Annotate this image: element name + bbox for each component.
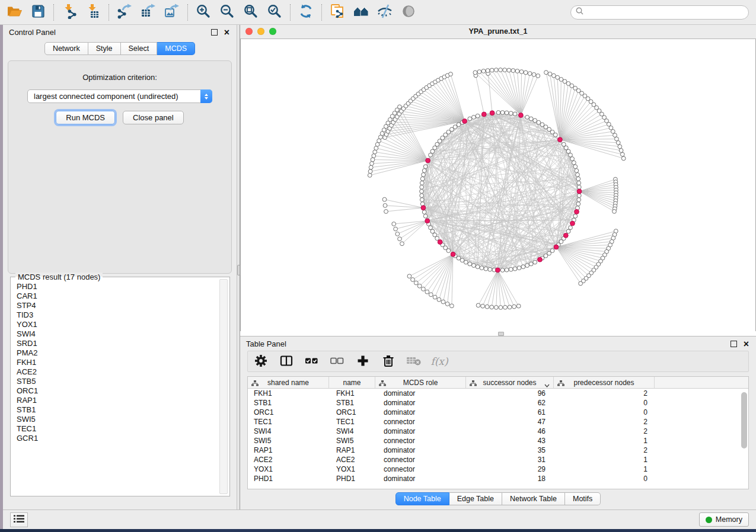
mcds-node-item[interactable]: PMA2 [17, 348, 229, 358]
import-network-button[interactable] [60, 4, 79, 21]
table-row[interactable]: RAP1RAP1dominator352 [248, 446, 748, 455]
mcds-node-item[interactable]: SWI5 [17, 415, 229, 424]
network-window-titlebar[interactable]: YPA_prune.txt_1 [240, 25, 756, 39]
first-neighbors-button[interactable] [352, 4, 371, 21]
table-settings-button[interactable] [253, 353, 269, 370]
tab-network-table[interactable]: Network Table [502, 492, 565, 505]
desktop-wallpaper-bottom [0, 529, 756, 532]
table-row[interactable]: YOX1YOX1connector291 [248, 464, 748, 474]
mcds-node-item[interactable]: ACE2 [17, 367, 229, 377]
tab-select[interactable]: Select [121, 42, 158, 55]
import-table-button[interactable] [84, 4, 103, 21]
float-panel-icon[interactable] [211, 29, 218, 36]
mcds-node-item[interactable]: PHD1 [17, 282, 229, 291]
column-header-mcds-role[interactable]: MCDS role [375, 377, 466, 388]
table-scrollbar[interactable] [741, 392, 747, 448]
close-panel-icon[interactable]: × [224, 30, 229, 36]
mcds-node-item[interactable]: ORC1 [17, 386, 229, 396]
status-bar: Memory [3, 509, 756, 529]
refresh-layout-button[interactable] [296, 4, 315, 21]
control-panel: Control Panel × NetworkStyleSelectMCDS O… [3, 25, 237, 509]
mcds-node-item[interactable]: SWI4 [17, 329, 229, 339]
close-panel-button[interactable]: Close panel [123, 111, 184, 124]
network-graph[interactable] [241, 39, 755, 331]
tab-mcds[interactable]: MCDS [157, 42, 195, 55]
toolbar-separator [187, 4, 188, 21]
export-network-button[interactable] [115, 4, 134, 21]
cell-successor-nodes: 43 [466, 437, 554, 445]
list-icon [13, 514, 25, 526]
table-row[interactable]: PHD1PHD1dominator180 [248, 474, 748, 483]
table-settings-icon [254, 354, 267, 369]
mcds-node-item[interactable]: TEC1 [17, 424, 229, 434]
zoom-selected-button[interactable] [265, 4, 284, 21]
select-all-check-button[interactable] [304, 353, 320, 370]
cell-successor-nodes: 46 [466, 427, 554, 435]
cell-shared-name: TEC1 [248, 418, 329, 426]
save-session-button[interactable] [28, 4, 47, 21]
table-row[interactable]: FKH1FKH1dominator962 [248, 389, 748, 398]
float-table-panel-icon[interactable] [731, 341, 737, 347]
zoom-fit-button[interactable] [241, 4, 260, 21]
hide-selected-icon [377, 4, 393, 21]
clone-network-button[interactable] [328, 4, 347, 21]
table-row[interactable]: STB1STB1dominator620 [248, 398, 748, 408]
cell-name: PHD1 [329, 475, 375, 483]
memory-button[interactable]: Memory [699, 512, 749, 527]
function-builder-icon: f(x) [430, 355, 448, 367]
show-all-button[interactable] [399, 4, 418, 21]
search-box[interactable] [570, 5, 749, 20]
mcds-result-list: PHD1CAR1STP4TID3YOX1SWI4SRD1PMA2FKH1ACE2… [11, 277, 229, 443]
column-header-name[interactable]: name [329, 377, 375, 388]
mcds-node-item[interactable]: CAR1 [17, 291, 229, 301]
export-table-button[interactable] [139, 4, 158, 21]
list-scrollbar[interactable] [219, 279, 228, 494]
mcds-node-item[interactable]: GCR1 [17, 434, 229, 443]
mcds-node-item[interactable]: TID3 [17, 310, 229, 320]
mcds-node-item[interactable]: STP4 [17, 301, 229, 310]
column-header-shared-name[interactable]: shared name [248, 377, 329, 388]
column-layout-button[interactable] [278, 353, 295, 370]
export-image-button[interactable] [162, 4, 181, 21]
mcds-node-item[interactable]: STB5 [17, 377, 229, 386]
table-row[interactable]: SWI5SWI5connector431 [248, 436, 748, 446]
mcds-node-item[interactable]: YOX1 [17, 320, 229, 329]
run-mcds-button[interactable]: Run MCDS [56, 111, 115, 124]
cell-successor-nodes: 47 [466, 418, 554, 426]
cell-shared-name: SWI5 [248, 437, 329, 445]
search-input[interactable] [585, 7, 748, 18]
delete-column-button[interactable] [380, 353, 397, 370]
table-row[interactable]: TEC1TEC1connector472 [248, 417, 748, 427]
close-table-panel-icon[interactable]: × [744, 341, 749, 347]
table-row[interactable]: ORC1ORC1dominator610 [248, 408, 748, 417]
zoom-in-button[interactable] [194, 4, 213, 21]
table-splitter[interactable] [240, 331, 756, 336]
deselect-all-button[interactable] [329, 353, 346, 370]
open-session-icon [7, 4, 22, 21]
open-session-button[interactable] [5, 4, 24, 21]
mcds-node-item[interactable]: FKH1 [17, 358, 229, 367]
panel-list-button[interactable] [10, 512, 28, 527]
network-view[interactable] [240, 39, 756, 331]
mcds-node-item[interactable]: RAP1 [17, 396, 229, 405]
mcds-node-item[interactable]: SRD1 [17, 339, 229, 348]
tab-motifs[interactable]: Motifs [565, 492, 601, 505]
add-column-icon [356, 354, 369, 369]
table-row[interactable]: ACE2ACE2connector311 [248, 455, 748, 464]
dropdown-stepper-icon [200, 89, 212, 103]
export-table-icon [141, 4, 156, 21]
tab-style[interactable]: Style [88, 42, 121, 55]
tab-edge-table[interactable]: Edge Table [449, 492, 502, 505]
hide-selected-button[interactable] [375, 4, 394, 21]
criterion-dropdown[interactable]: largest connected component (undirected) [27, 89, 212, 103]
table-row[interactable]: SWI4SWI4dominator462 [248, 427, 748, 436]
add-column-button[interactable] [355, 353, 371, 370]
mcds-node-item[interactable]: STB1 [17, 405, 229, 415]
column-header-successor-nodes[interactable]: successor nodes [466, 377, 554, 388]
cell-predecessor-nodes: 2 [554, 446, 655, 454]
tab-node-table[interactable]: Node Table [395, 492, 449, 505]
cell-successor-nodes: 31 [466, 456, 554, 464]
tab-network[interactable]: Network [44, 42, 88, 55]
zoom-out-button[interactable] [218, 4, 237, 21]
column-header-predecessor-nodes[interactable]: predecessor nodes [554, 377, 655, 388]
